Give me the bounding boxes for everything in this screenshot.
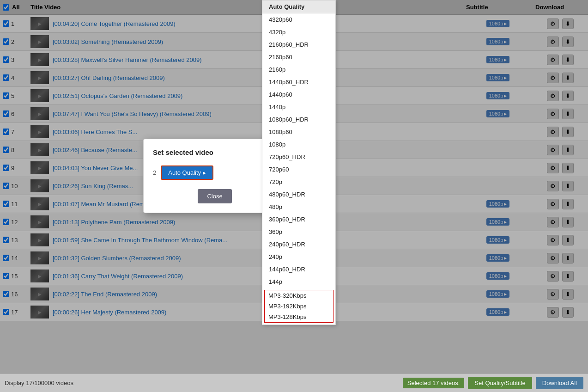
dropdown-item-480p[interactable]: 480p bbox=[262, 201, 335, 213]
dropdown-item-720p60hdr[interactable]: 720p60_HDR bbox=[262, 151, 335, 163]
dropdown-item-mp3-192[interactable]: MP3-192Kbps bbox=[265, 301, 333, 312]
modal-step-label: 2 bbox=[153, 169, 156, 176]
dropdown-item-144p[interactable]: 144p bbox=[262, 276, 335, 288]
dropdown-item-4320p60[interactable]: 4320p60 bbox=[262, 13, 335, 26]
dropdown-item-240p60hdr[interactable]: 240p60_HDR bbox=[262, 238, 335, 251]
dropdown-item-1080p60hdr[interactable]: 1080p60_HDR bbox=[262, 113, 335, 126]
bottom-bar: Display 17/100000 videos Selected 17 vid… bbox=[0, 374, 588, 392]
dropdown-item-2160p[interactable]: 2160p bbox=[262, 63, 335, 76]
dropdown-item-2160p60hdr[interactable]: 2160p60_HDR bbox=[262, 38, 335, 51]
dropdown-item-2160p60[interactable]: 2160p60 bbox=[262, 51, 335, 63]
modal-quality-row: 2 Auto Quality bbox=[153, 165, 277, 180]
dropdown-item-720p60[interactable]: 720p60 bbox=[262, 163, 335, 176]
modal-title: Set selected video bbox=[153, 148, 277, 156]
download-all-button[interactable]: Download All bbox=[536, 377, 583, 389]
dropdown-item-480p60hdr[interactable]: 480p60_HDR bbox=[262, 188, 335, 201]
set-quality-subtitle-button[interactable]: Set Quality/Subtitle bbox=[468, 377, 532, 389]
dropdown-item-360p[interactable]: 360p bbox=[262, 226, 335, 238]
dropdown-item-mp3-128[interactable]: MP3-128Kbps bbox=[265, 312, 333, 322]
modal-auto-quality-button[interactable]: Auto Quality bbox=[161, 165, 213, 180]
modal-close-button[interactable]: Close bbox=[198, 189, 231, 203]
dropdown-item-240p[interactable]: 240p bbox=[262, 251, 335, 263]
dropdown-item-auto[interactable]: Auto Quality bbox=[262, 0, 335, 13]
bottom-right: Selected 17 videos. Set Quality/Subtitle… bbox=[403, 377, 583, 389]
dropdown-item-720p[interactable]: 720p bbox=[262, 176, 335, 188]
dropdown-item-144p60hdr[interactable]: 144p60_HDR bbox=[262, 263, 335, 276]
dropdown-item-360p60hdr[interactable]: 360p60_HDR bbox=[262, 213, 335, 226]
display-info: Display 17/100000 videos bbox=[5, 380, 73, 386]
dropdown-item-1440p60[interactable]: 1440p60 bbox=[262, 88, 335, 101]
quality-dropdown: Auto Quality 4320p60 4320p 2160p60_HDR 2… bbox=[262, 0, 336, 325]
dropdown-item-1080p[interactable]: 1080p bbox=[262, 138, 335, 151]
selected-info: Selected 17 videos. bbox=[403, 378, 464, 388]
dropdown-item-1440p60hdr[interactable]: 1440p60_HDR bbox=[262, 76, 335, 88]
dropdown-item-1080p60[interactable]: 1080p60 bbox=[262, 126, 335, 138]
dropdown-item-1440p[interactable]: 1440p bbox=[262, 101, 335, 113]
dropdown-item-4320p[interactable]: 4320p bbox=[262, 26, 335, 38]
mp3-group-wrapper: MP3-320Kbps MP3-192Kbps MP3-128Kbps bbox=[264, 290, 333, 323]
dropdown-item-mp3-320[interactable]: MP3-320Kbps bbox=[265, 290, 333, 301]
main-container: All Title Video Subtitle Download 1 [00:… bbox=[0, 0, 588, 392]
